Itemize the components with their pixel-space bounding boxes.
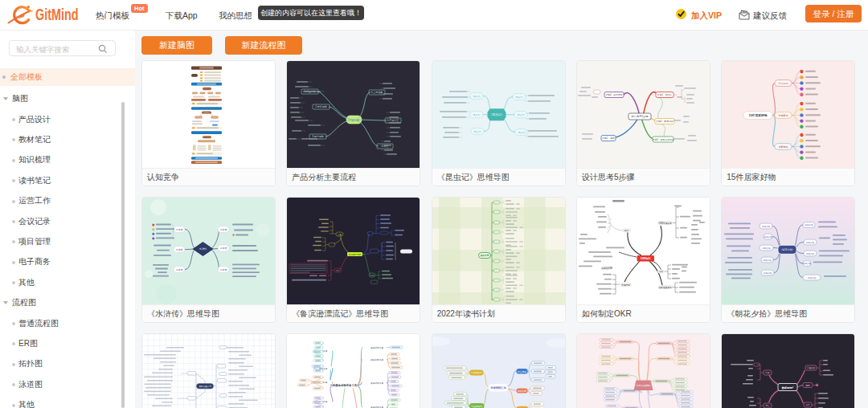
svg-text:朝花夕拾: 朝花夕拾 xyxy=(764,271,772,275)
svg-text:目标: 目标 xyxy=(624,229,629,232)
svg-text:考试大纲: 考试大纲 xyxy=(518,390,526,393)
svg-text:实施步骤: 实施步骤 xyxy=(621,284,630,287)
svg-text:昆虫记: 昆虫记 xyxy=(473,130,481,133)
svg-text:水浒传: 水浒传 xyxy=(176,228,183,231)
svg-text:步骤4：制作原型: 步骤4：制作原型 xyxy=(605,93,622,96)
svg-text:读书计划: 读书计划 xyxy=(479,255,489,258)
svg-text:朝花夕拾: 朝花夕拾 xyxy=(762,225,771,228)
svg-text:水浒传: 水浒传 xyxy=(199,248,207,251)
svg-text:清洁好物: 清洁好物 xyxy=(779,82,788,85)
svg-text:媒体排版工具: 媒体排版工具 xyxy=(371,381,383,385)
svg-text:《昆虫记》: 《昆虫记》 xyxy=(489,112,504,116)
svg-text:人物: 人物 xyxy=(338,233,342,236)
svg-text:昆虫记: 昆虫记 xyxy=(517,113,524,116)
svg-text:朝花夕拾: 朝花夕拾 xyxy=(763,247,772,250)
svg-text:水浒传: 水浒传 xyxy=(220,268,227,271)
svg-text:朝花夕拾: 朝花夕拾 xyxy=(803,262,812,265)
svg-text:关键结果KR: 关键结果KR xyxy=(601,267,612,270)
svg-text:步骤3：形成众多想法: 步骤3：形成众多想法 xyxy=(653,138,674,141)
svg-text:居家用品: 居家用品 xyxy=(779,145,788,149)
svg-text:专业课资料: 专业课资料 xyxy=(471,405,482,408)
svg-text:公共课资料: 公共课资料 xyxy=(470,371,481,374)
svg-text:3.用户调研: 3.用户调研 xyxy=(313,135,325,138)
svg-text:印象: 印象 xyxy=(766,371,771,374)
svg-text:情节: 情节 xyxy=(335,269,341,272)
svg-text:《目标管理模板》: 《目标管理模板》 xyxy=(634,384,652,387)
svg-text:分类: 分类 xyxy=(806,403,811,406)
svg-text:媒体排版工具: 媒体排版工具 xyxy=(371,346,383,349)
svg-text:水浒传: 水浒传 xyxy=(176,248,183,251)
svg-text:智能家居: 智能家居 xyxy=(779,114,788,117)
svg-text:朝花夕拾: 朝花夕拾 xyxy=(806,241,815,244)
svg-text:OKR制定: OKR制定 xyxy=(641,257,651,260)
svg-text:昆虫记: 昆虫记 xyxy=(473,95,480,98)
svg-text:总结 经验教训: 总结 经验教训 xyxy=(657,286,672,289)
svg-text:2.市场调研: 2.市场调研 xyxy=(316,105,328,108)
svg-text:朝花夕拾: 朝花夕拾 xyxy=(808,276,817,279)
svg-text:观察: 观察 xyxy=(806,384,811,387)
svg-text:媒体排版工具: 媒体排版工具 xyxy=(371,358,383,361)
svg-text:新媒体运营必备工具: 新媒体运营必备工具 xyxy=(332,383,358,387)
svg-text:复盘: 复盘 xyxy=(659,270,664,273)
svg-text:朝花夕拾: 朝花夕拾 xyxy=(764,259,772,262)
svg-text:OKR实施关键: OKR实施关键 xyxy=(659,222,672,225)
svg-text:数据周报/²: 数据周报/² xyxy=(781,386,794,390)
svg-text:昆虫记: 昆虫记 xyxy=(473,113,480,116)
svg-text:15件居家好物: 15件居家好物 xyxy=(749,113,768,117)
svg-text:水浒传: 水浒传 xyxy=(220,247,227,251)
svg-text:《朝花夕拾》: 《朝花夕拾》 xyxy=(780,249,795,252)
svg-text:设计思考5步骤: 设计思考5步骤 xyxy=(632,116,649,119)
svg-text:项目管理计划: 项目管理计划 xyxy=(199,385,211,388)
svg-text:《鲁滨逊漂流记》: 《鲁滨逊漂流记》 xyxy=(347,253,362,256)
svg-text:昆虫记: 昆虫记 xyxy=(518,131,525,134)
svg-text:招生简章: 招生简章 xyxy=(518,370,526,373)
svg-text:考研资料汇总: 考研资料汇总 xyxy=(489,386,506,390)
svg-text:朝花夕拾: 朝花夕拾 xyxy=(805,223,814,226)
svg-text:朝花夕拾: 朝花夕拾 xyxy=(764,235,773,239)
svg-text:4.上市准备: 4.上市准备 xyxy=(371,91,383,94)
svg-text:水浒传: 水浒传 xyxy=(176,268,183,271)
svg-text:心理活动: 心理活动 xyxy=(806,366,816,369)
svg-text:步骤1：同理心: 步骤1：同理心 xyxy=(657,93,673,96)
svg-text:朝花夕拾: 朝花夕拾 xyxy=(806,252,815,255)
svg-text:5.产品运营: 5.产品运营 xyxy=(387,119,399,122)
svg-text:步骤5：测试: 步骤5：测试 xyxy=(602,137,615,140)
svg-text:步骤2：确定问题: 步骤2：确定问题 xyxy=(656,120,673,123)
svg-text:特点: 特点 xyxy=(766,404,771,407)
svg-text:水浒传: 水浒传 xyxy=(220,228,227,231)
svg-text:昆虫记: 昆虫记 xyxy=(515,96,522,99)
svg-text:结局: 结局 xyxy=(371,274,375,277)
